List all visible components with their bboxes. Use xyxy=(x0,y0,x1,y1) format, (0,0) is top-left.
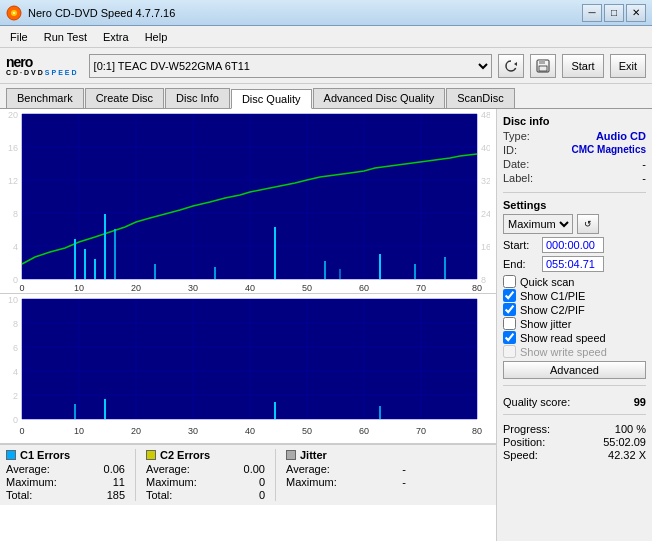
date-value: - xyxy=(642,158,646,170)
svg-text:40: 40 xyxy=(245,283,255,293)
type-label: Type: xyxy=(503,130,530,142)
svg-text:70: 70 xyxy=(416,426,426,436)
svg-point-2 xyxy=(13,12,15,14)
speed-select[interactable]: Maximum xyxy=(503,214,573,234)
c1-color-indicator xyxy=(6,450,16,460)
main-area: nero CD·DVDSPEED [0:1] TEAC DV-W522GMA 6… xyxy=(0,48,652,541)
svg-text:16: 16 xyxy=(8,143,18,153)
quick-scan-checkbox[interactable] xyxy=(503,275,516,288)
svg-text:20: 20 xyxy=(131,426,141,436)
type-value: Audio CD xyxy=(596,130,646,142)
c1-average: 0.06 xyxy=(84,463,125,475)
right-panel: Disc info Type: Audio CD ID: CMC Magneti… xyxy=(497,109,652,541)
show-c1-row: Show C1/PIE xyxy=(503,289,646,302)
show-read-speed-label: Show read speed xyxy=(520,332,606,344)
show-jitter-row: Show jitter xyxy=(503,317,646,330)
speed-value: 42.32 X xyxy=(608,449,646,461)
svg-text:0: 0 xyxy=(19,283,24,293)
svg-text:50: 50 xyxy=(302,426,312,436)
tab-disc-info[interactable]: Disc Info xyxy=(165,88,230,108)
svg-text:10: 10 xyxy=(74,283,84,293)
show-read-speed-row: Show read speed xyxy=(503,331,646,344)
label-value: - xyxy=(642,172,646,184)
tab-create-disc[interactable]: Create Disc xyxy=(85,88,164,108)
save-button[interactable] xyxy=(530,54,556,78)
show-c2-row: Show C2/PIF xyxy=(503,303,646,316)
menu-extra[interactable]: Extra xyxy=(97,29,135,45)
tab-benchmark[interactable]: Benchmark xyxy=(6,88,84,108)
svg-text:80: 80 xyxy=(472,426,482,436)
progress-section: Progress: 100 % Position: 55:02.09 Speed… xyxy=(503,423,646,462)
menu-bar: File Run Test Extra Help xyxy=(0,26,652,48)
c2-total: 0 xyxy=(224,489,265,501)
speed-label: Speed: xyxy=(503,449,538,461)
close-button[interactable]: ✕ xyxy=(626,4,646,22)
maximize-button[interactable]: □ xyxy=(604,4,624,22)
minimize-button[interactable]: ─ xyxy=(582,4,602,22)
position-value: 55:02.09 xyxy=(603,436,646,448)
lower-chart: 10 8 6 4 2 0 0 10 20 30 40 50 60 70 80 xyxy=(0,294,490,444)
app-icon xyxy=(6,5,22,21)
jitter-maximum: - xyxy=(374,476,406,488)
c1-label: C1 Errors xyxy=(20,449,70,461)
svg-text:4: 4 xyxy=(13,242,18,252)
svg-rect-7 xyxy=(22,114,477,279)
tab-scan-disc[interactable]: ScanDisc xyxy=(446,88,514,108)
tab-advanced-disc-quality[interactable]: Advanced Disc Quality xyxy=(313,88,446,108)
speed-refresh-button[interactable]: ↺ xyxy=(577,214,599,234)
c2-label: C2 Errors xyxy=(160,449,210,461)
end-label: End: xyxy=(503,258,538,270)
quick-scan-row: Quick scan xyxy=(503,275,646,288)
show-read-speed-checkbox[interactable] xyxy=(503,331,516,344)
svg-text:6: 6 xyxy=(13,343,18,353)
drive-selector[interactable]: [0:1] TEAC DV-W522GMA 6T11 xyxy=(89,54,493,78)
advanced-button[interactable]: Advanced xyxy=(503,361,646,379)
svg-text:0: 0 xyxy=(13,415,18,425)
svg-text:0: 0 xyxy=(19,426,24,436)
c2-stats: C2 Errors Average: 0.00 Maximum: 0 Total… xyxy=(146,449,276,501)
svg-text:30: 30 xyxy=(188,283,198,293)
show-write-speed-label: Show write speed xyxy=(520,346,607,358)
svg-text:80: 80 xyxy=(472,283,482,293)
jitter-average: - xyxy=(374,463,406,475)
svg-text:8: 8 xyxy=(13,209,18,219)
c2-average: 0.00 xyxy=(224,463,265,475)
svg-text:40: 40 xyxy=(481,143,490,153)
svg-text:12: 12 xyxy=(8,176,18,186)
start-button[interactable]: Start xyxy=(562,54,603,78)
menu-file[interactable]: File xyxy=(4,29,34,45)
show-jitter-label: Show jitter xyxy=(520,318,571,330)
tab-bar: Benchmark Create Disc Disc Info Disc Qua… xyxy=(0,84,652,108)
exit-button[interactable]: Exit xyxy=(610,54,646,78)
end-value: 055:04.71 xyxy=(542,256,604,272)
jitter-color-indicator xyxy=(286,450,296,460)
svg-text:50: 50 xyxy=(302,283,312,293)
title-bar: Nero CD-DVD Speed 4.7.7.16 ─ □ ✕ xyxy=(0,0,652,26)
menu-run-test[interactable]: Run Test xyxy=(38,29,93,45)
jitter-label: Jitter xyxy=(300,449,327,461)
lower-chart-container: 10 8 6 4 2 0 0 10 20 30 40 50 60 70 80 xyxy=(0,294,496,444)
progress-label: Progress: xyxy=(503,423,550,435)
svg-text:32: 32 xyxy=(481,176,490,186)
quality-score-label: Quality score: xyxy=(503,396,570,408)
menu-help[interactable]: Help xyxy=(139,29,174,45)
toolbar: nero CD·DVDSPEED [0:1] TEAC DV-W522GMA 6… xyxy=(0,48,652,84)
disc-info-title: Disc info xyxy=(503,115,646,127)
svg-text:8: 8 xyxy=(13,319,18,329)
show-c1-checkbox[interactable] xyxy=(503,289,516,302)
svg-marker-3 xyxy=(514,62,517,66)
quality-score-value: 99 xyxy=(634,396,646,408)
disc-info-section: Disc info Type: Audio CD ID: CMC Magneti… xyxy=(503,115,646,186)
svg-text:10: 10 xyxy=(8,295,18,305)
c1-maximum: 11 xyxy=(84,476,125,488)
stats-bar: C1 Errors Average: 0.06 Maximum: 11 Tota… xyxy=(0,444,496,505)
id-label: ID: xyxy=(503,144,517,156)
show-jitter-checkbox[interactable] xyxy=(503,317,516,330)
svg-rect-57 xyxy=(22,299,477,419)
svg-text:30: 30 xyxy=(188,426,198,436)
tab-disc-quality[interactable]: Disc Quality xyxy=(231,89,312,109)
svg-text:16: 16 xyxy=(481,242,490,252)
show-write-speed-checkbox xyxy=(503,345,516,358)
show-c2-checkbox[interactable] xyxy=(503,303,516,316)
refresh-button[interactable] xyxy=(498,54,524,78)
